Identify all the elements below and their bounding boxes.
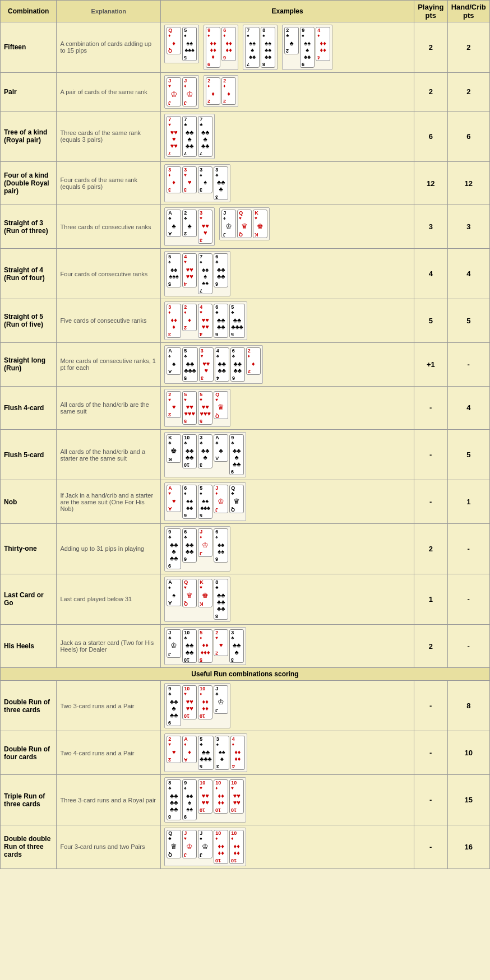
examples-three-of-kind: 7♥ ♥♥♥♥♥ 7 7♣ ♣♣♣♣♣ 7 7♣ ♣♣♣♣♣ 7	[161, 111, 414, 161]
combination-double-run3: Double Run of three cards	[1, 681, 57, 731]
playing-card: 10♣ ♣♣♣♣ 10	[182, 629, 197, 663]
examples-double-run4: 2♥ ♥ 2 A♦ ♦ A 5♣ ♣♣♣♣♣ 5	[161, 731, 414, 775]
playing-card: Q♥ ♛ Q	[182, 579, 197, 607]
pts-playing-straight-long: +1	[414, 342, 447, 386]
combination-four-of-kind: Four of a kind (Double Royal pair)	[1, 161, 57, 205]
pts-handcrib-straight5: 5	[447, 299, 489, 343]
playing-card: 5♥ ♥♥♥♥♥ 5	[182, 391, 197, 425]
examples-flush5: K♣ ♚ K 10♣ ♣♣♣♣ 10 3♣ ♣♣♣ 3	[161, 430, 414, 480]
explanation-triple-run3: Three 3-card runs and a Royal pair	[57, 775, 161, 825]
playing-card: 5♥ ♥♥♥♥♥ 5	[198, 391, 212, 425]
header-combination: Combination	[1, 1, 57, 22]
table-row: Straight of 3 (Run of three) Three cards…	[1, 205, 490, 249]
playing-card: A♥ ♥ A	[167, 485, 181, 512]
playing-card: 10♦ ♦♦♦♦ 10	[214, 779, 228, 814]
explanation-double-double-run3: Four 3-card runs and two Pairs	[57, 825, 161, 868]
table-row: His Heels Jack as a starter card (Two fo…	[1, 624, 490, 668]
combination-double-double-run3: Double double Run of three cards	[1, 825, 57, 868]
examples-four-of-kind: 3♦ ♦ 3 3♥ ♥ 3 3♠ ♠ 3	[161, 161, 414, 205]
header-handcrib-pts: Hand/Cribpts	[447, 1, 489, 22]
playing-card: 3♥ ♥ 3	[182, 166, 197, 194]
pts-handcrib-straight-long: -	[447, 342, 489, 386]
playing-card: 2♦ ♦ 2	[182, 304, 197, 331]
pts-playing-straight3: 3	[414, 205, 447, 249]
explanation-flush4: All cards of the hand/crib are the same …	[57, 386, 161, 430]
playing-card: K♥ ♚ K	[253, 210, 267, 238]
combination-thirty-one: Thirty-one	[1, 524, 57, 574]
combination-straight5: Straight of 5 (Run of five)	[1, 299, 57, 343]
examples-straight3: A♣ ♣ A 2♣ ♣ 2 3♥ ♥♥♥ 3	[161, 205, 414, 249]
card-group: 2♥ ♥ 2 A♦ ♦ A 5♣ ♣♣♣♣♣ 5	[164, 733, 247, 772]
card-group: 3♦ ♦ 3 3♥ ♥ 3 3♠ ♠ 3	[164, 164, 230, 203]
examples-pair: J♥ ♔ J J♦ ♔ J 2♦ ♦	[161, 72, 414, 111]
examples-flush4: 2♥ ♥ 2 5♥ ♥♥♥♥♥ 5 5♥ ♥♥♥♥♥ 5	[161, 386, 414, 430]
explanation-pair: A pair of cards of the same rank	[57, 72, 161, 111]
playing-card: 6♦ ♦♦♦♦ 6	[221, 27, 236, 61]
pts-playing-double-run4: -	[414, 731, 447, 775]
playing-card: 4♥ ♥♥♥♥ 4	[198, 304, 212, 338]
playing-card: J♠ ♔ J	[198, 830, 212, 858]
explanation-three-of-kind: Three cards of the same rank (equals 3 p…	[57, 111, 161, 161]
card-group: A♣ ♣ A 2♣ ♣ 2 3♥ ♥♥♥ 3	[164, 207, 215, 246]
card-group: J♠ ♔ J Q♥ ♛ Q K♥ ♚ K	[219, 207, 270, 240]
playing-card: 3♠ ♠ 3	[198, 166, 212, 194]
playing-card: 10♥ ♥♥♥♥ 10	[198, 779, 212, 814]
playing-card: 3♠ ♠♠♠ 3	[215, 736, 229, 770]
combination-double-run4: Double Run of four cards	[1, 731, 57, 775]
pts-handcrib-four-kind: 12	[447, 161, 489, 205]
playing-card: 10♦ ♦♦♦♦ 10	[198, 685, 212, 719]
pts-playing-double-run3: -	[414, 681, 447, 731]
pts-handcrib-flush5: 5	[447, 430, 489, 480]
pts-handcrib-triple-run3: 15	[447, 775, 489, 825]
playing-card: 5♦ ♦♦♦♦♦ 5	[198, 629, 212, 663]
card-group: 9♣ ♣♣♣♣♣ 9 10♥ ♥♥♥♥ 10 10♦ ♦♦♦♦ 10	[164, 683, 230, 728]
pts-playing-three-kind: 6	[414, 111, 447, 161]
playing-card: 5♣ ♣♣♣♣♣ 5	[198, 736, 214, 770]
card-group: J♣ ♔ J 10♣ ♣♣♣♣ 10 5♦ ♦♦♦♦♦ 5	[164, 627, 246, 666]
pts-playing-his-heels: 2	[414, 624, 447, 668]
card-group: A♥ ♥ A 6♠ ♠♠♠♠ 6 5♠ ♠♠♠♠♠ 5	[164, 482, 246, 521]
playing-card: 4♥ ♥♥♥♥ 4	[182, 253, 197, 287]
playing-card: 9♣ ♣♣♣♣♣ 9	[167, 685, 181, 726]
table-row: Double double Run of three cards Four 3-…	[1, 825, 490, 868]
examples-triple-run3: 8♣ ♣♣♣♣♣♣ 8 9♠ ♠♠♠♠♠ 9 10♥ ♥♥♥♥ 10	[161, 775, 414, 825]
playing-card: 10♦ ♦♦♦♦ 10	[214, 830, 228, 864]
playing-card: 4♦ ♦♦♦♦ 4	[316, 27, 330, 61]
explanation-four-of-kind: Four cards of the same rank (equals 6 pa…	[57, 161, 161, 205]
pts-playing-flush4: -	[414, 386, 447, 430]
playing-card: 2♥ ♥ 2	[214, 629, 228, 657]
combination-straight4: Straight of 4 (Run of four)	[1, 249, 57, 299]
playing-card: J♦ ♔ J	[214, 485, 228, 513]
explanation-straight4: Four cards of consecutive ranks	[57, 249, 161, 299]
playing-card: J♦ ♔ J	[198, 528, 212, 557]
playing-card: 4♦ ♦♦♦♦ 4	[230, 736, 245, 770]
playing-card: 9♠ ♠♠♠♠♠ 9	[182, 779, 197, 820]
playing-card: 2♦ ♦ 2	[221, 77, 236, 105]
card-group: 2♦ ♦ 2 2♦ ♦ 2	[204, 75, 238, 107]
pts-handcrib-his-heels: -	[447, 624, 489, 668]
playing-card: 10♥ ♥♥♥♥ 10	[182, 685, 197, 719]
pts-handcrib-last-card: -	[447, 574, 489, 624]
playing-card: 2♣ ♣ 2	[284, 27, 299, 54]
playing-card: J♥ ♔ J	[182, 830, 197, 858]
table-row: Last Card or Go Last card played below 3…	[1, 574, 490, 624]
table-row: Straight of 5 (Run of five) Five cards o…	[1, 299, 490, 343]
pts-handcrib-pair: 2	[447, 72, 489, 111]
pts-playing-nob: -	[414, 480, 447, 524]
playing-card: 8♣ ♣♣♣♣♣♣ 8	[214, 579, 228, 620]
playing-card: Q♣ ♛ Q	[229, 485, 244, 513]
examples-nob: A♥ ♥ A 6♠ ♠♠♠♠ 6 5♠ ♠♠♠♠♠ 5	[161, 480, 414, 524]
pts-handcrib-straight3: 3	[447, 205, 489, 249]
explanation-flush5: All cards of the hand/crib and a starter…	[57, 430, 161, 480]
header-playing-pts: Playingpts	[414, 1, 447, 22]
playing-card: 7♠ ♠♠♠♠♠ 7	[198, 253, 212, 294]
pts-playing-thirty-one: 2	[414, 524, 447, 574]
table-row: Triple Run of three cards Three 3-card r…	[1, 775, 490, 825]
playing-card: 3♥ ♥♥♥ 3	[198, 210, 212, 244]
playing-card: 4♣ ♣♣♣♣ 4	[215, 347, 229, 382]
pts-playing-four-kind: 12	[414, 161, 447, 205]
examples-straight-long: A♠ ♠ A 5♣ ♣♣♣♣♣ 5 3♥ ♥♥♥ 3	[161, 342, 414, 386]
card-group: 2♣ ♣ 2 9♠ ♠♠♠♠♠ 9 4♦ ♦♦♦♦ 4	[282, 25, 332, 70]
playing-card: 9♣ ♣♣♣♣♣ 9	[167, 528, 181, 569]
pts-handcrib-thirty-one: -	[447, 524, 489, 574]
